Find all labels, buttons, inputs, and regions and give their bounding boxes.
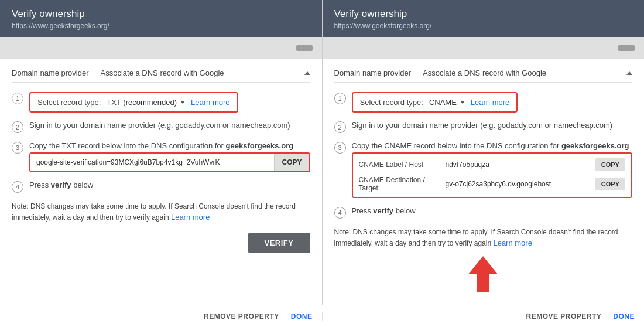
right-associate-dns-label: Associate a DNS record with Google [423,69,546,77]
left-step4: 4 Press verify below [12,180,310,193]
right-record-type-label: Select record type: [360,98,423,107]
right-section-header: Domain name provider Associate a DNS rec… [334,69,633,83]
right-record-type-select[interactable]: CNAME [429,98,465,107]
left-note-learn-more[interactable]: Learn more [171,213,210,222]
left-step1: 1 Select record type: TXT (recommended) … [12,92,310,113]
right-step4-num: 4 [334,207,346,219]
right-subtitle: https://www.geeksforgeeks.org/ [334,22,633,30]
right-cname-copy-btn2[interactable]: COPY [595,178,625,190]
right-domain-name-provider-label: Domain name provider [334,69,412,77]
left-subtitle: https://www.geeksforgeeks.org/ [12,22,310,30]
left-step3-num: 3 [12,142,23,154]
bottom-bar: REMOVE PROPERTY DONE REMOVE PROPERTY DON… [0,305,644,327]
right-cname-row2: CNAME Destination / Target: COPY [359,176,626,192]
right-done[interactable]: DONE [613,312,635,321]
left-record-type-value: TXT (recommended) [107,98,177,107]
left-txt-value-input[interactable] [30,154,274,171]
left-top-bar-btn[interactable] [296,45,313,51]
left-step3: 3 Copy the TXT record below into the DNS… [12,141,310,172]
right-header: Verify ownership https://www.geeksforgee… [323,0,645,37]
left-title: Verify ownership [12,8,310,20]
right-step3-text: Copy the CNAME record below into the DNS… [352,141,633,150]
left-section-header: Domain name provider Associate a DNS rec… [12,69,310,83]
left-content: Domain name provider Associate a DNS rec… [0,59,322,305]
right-step2-text: Sign in to your domain name provider (e.… [352,121,613,130]
right-cname-label2: CNAME Destination / Target: [359,176,441,192]
right-content: Domain name provider Associate a DNS rec… [323,59,645,305]
right-note-learn-more[interactable]: Learn more [493,239,532,247]
left-step3-text: Copy the TXT record below into the DNS c… [29,141,310,150]
right-dropdown-arrow-icon [460,101,465,104]
right-note: Note: DNS changes may take some time to … [334,227,633,249]
up-arrow-icon [465,254,501,295]
left-associate-dns-label: Associate a DNS record with Google [101,69,224,77]
svg-marker-0 [468,256,498,292]
right-step2: 2 Sign in to your domain name provider (… [334,121,633,133]
right-step1-highlighted: Select record type: CNAME Learn more [352,92,518,113]
right-step2-num: 2 [334,121,346,133]
right-bottom: REMOVE PROPERTY DONE [323,312,645,321]
right-remove-property[interactable]: REMOVE PROPERTY [526,312,601,321]
left-step1-num: 1 [12,93,23,104]
right-record-type-value: CNAME [429,98,457,107]
right-step1-num: 1 [334,93,346,104]
right-cname-value1[interactable] [446,161,591,169]
left-step2: 2 Sign in to your domain name provider (… [12,121,310,133]
arrow-annotation [334,254,633,295]
right-cname-value2[interactable] [446,180,591,188]
left-step2-num: 2 [12,121,23,133]
left-top-bar [0,37,322,59]
left-remove-property[interactable]: REMOVE PROPERTY [204,312,279,321]
left-verify-button[interactable]: VERIFY [248,233,310,253]
right-collapse-icon[interactable] [626,71,632,75]
left-step2-text: Sign in to your domain name provider (e.… [29,121,290,130]
right-step3: 3 Copy the CNAME record below into the D… [334,141,633,198]
left-step4-text: Press verify below [29,180,93,189]
right-cname-label1: CNAME Label / Host [359,161,441,169]
right-step4: 4 Press verify below [334,206,633,219]
left-dropdown-arrow-icon [180,101,185,104]
left-panel: Verify ownership https://www.geeksforgee… [0,0,323,305]
left-domain-name-provider-label: Domain name provider [12,69,89,77]
right-learn-more-link[interactable]: Learn more [471,98,509,107]
right-step1: 1 Select record type: CNAME Learn more [334,92,633,113]
right-cname-copy-btn1[interactable]: COPY [595,158,625,171]
right-step4-text: Press verify below [352,206,416,215]
left-copy-button[interactable]: COPY [274,154,309,171]
left-learn-more-link[interactable]: Learn more [191,98,229,107]
left-record-type-label: Select record type: [37,98,101,107]
right-step3-num: 3 [334,142,346,154]
left-collapse-icon[interactable] [304,71,310,75]
left-step4-num: 4 [12,181,23,193]
right-cname-row1: CNAME Label / Host COPY [359,158,626,171]
left-step1-highlighted: Select record type: TXT (recommended) Le… [29,92,238,113]
left-record-type-select[interactable]: TXT (recommended) [107,98,185,107]
left-copy-field: COPY [29,152,310,172]
left-done[interactable]: DONE [291,312,313,321]
right-title: Verify ownership [334,8,633,20]
left-header: Verify ownership https://www.geeksforgee… [0,0,322,37]
left-bottom: REMOVE PROPERTY DONE [0,312,323,321]
left-note: Note: DNS changes may take some time to … [12,201,310,223]
right-top-bar-btn[interactable] [618,45,635,51]
right-panel: Verify ownership https://www.geeksforgee… [323,0,645,305]
right-top-bar [323,37,645,59]
right-cname-fields: CNAME Label / Host COPY CNAME Destinatio… [352,152,633,198]
